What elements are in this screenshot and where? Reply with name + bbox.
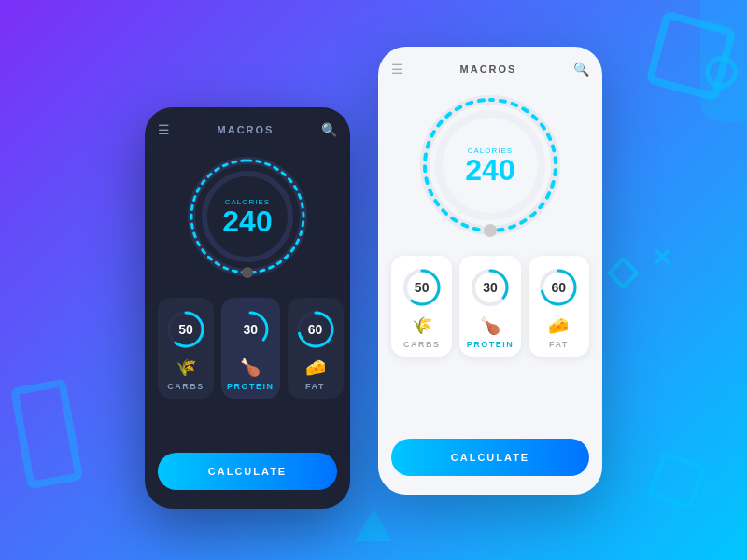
light-macro-protein[interactable]: 30 🍗 PROTEIN: [459, 256, 520, 357]
light-ring-container: CALORIES 240: [411, 86, 570, 245]
dark-protein-icon: 🍗: [240, 357, 261, 378]
dark-search-icon[interactable]: 🔍: [321, 122, 337, 137]
light-fat-icon: 🧀: [548, 315, 569, 336]
dark-carbs-ring: 50: [163, 307, 208, 352]
dark-phone: ☰ MACROS 🔍 CALORIES 240: [145, 107, 350, 509]
light-ring-center: CALORIES 240: [465, 147, 514, 185]
dark-protein-value: 30: [243, 322, 258, 337]
dark-ring-container: CALORIES 240: [177, 147, 317, 287]
svg-point-13: [484, 224, 497, 237]
dark-phone-header: ☰ MACROS 🔍: [158, 122, 337, 137]
dark-protein-label: PROTEIN: [227, 382, 275, 391]
light-protein-value: 30: [483, 280, 498, 295]
dark-menu-icon[interactable]: ☰: [158, 122, 170, 137]
dark-carbs-value: 50: [178, 322, 193, 337]
light-macro-fat[interactable]: 60 🧀 FAT: [529, 256, 589, 357]
light-calculate-button[interactable]: CALCULATE: [391, 439, 589, 476]
dark-ring-center: CALORIES 240: [222, 198, 272, 236]
light-protein-label: PROTEIN: [467, 340, 514, 349]
dark-calories-value: 240: [222, 206, 272, 236]
light-carbs-icon: 🌾: [412, 315, 432, 336]
light-carbs-ring: 50: [400, 265, 444, 310]
light-phone-title: MACROS: [460, 63, 517, 75]
dark-fat-icon: 🧀: [305, 357, 326, 378]
dark-protein-ring: 30: [228, 307, 273, 352]
light-carbs-value: 50: [415, 280, 430, 295]
phones-container: ☰ MACROS 🔍 CALORIES 240: [0, 0, 747, 560]
light-carbs-label: CARBS: [403, 340, 441, 349]
light-fat-value: 60: [552, 280, 567, 295]
dark-phone-title: MACROS: [218, 124, 275, 135]
light-calories-value: 240: [465, 155, 514, 185]
light-phone-header: ☰ MACROS 🔍: [391, 62, 589, 77]
light-macro-carbs[interactable]: 50 🌾 CARBS: [391, 256, 452, 357]
dark-fat-value: 60: [308, 322, 323, 337]
dark-calculate-button[interactable]: CALCULATE: [158, 453, 337, 490]
light-menu-icon[interactable]: ☰: [391, 62, 403, 77]
light-fat-label: FAT: [549, 340, 569, 349]
dark-fat-ring: 60: [293, 307, 338, 352]
dark-fat-label: FAT: [305, 382, 325, 391]
dark-macro-carbs[interactable]: 50 🌾 CARBS: [158, 298, 214, 399]
dark-macro-fat[interactable]: 60 🧀 FAT: [288, 298, 344, 399]
light-fat-ring: 60: [536, 265, 581, 310]
dark-carbs-icon: 🌾: [176, 357, 196, 378]
svg-point-3: [242, 267, 253, 278]
light-protein-ring: 30: [468, 265, 513, 310]
dark-carbs-label: CARBS: [167, 382, 204, 391]
dark-macro-protein[interactable]: 30 🍗 PROTEIN: [221, 298, 280, 399]
dark-macros-row: 50 🌾 CARBS 30 🍗 PROTEIN: [158, 298, 337, 399]
light-protein-icon: 🍗: [480, 315, 500, 336]
light-search-icon[interactable]: 🔍: [573, 62, 589, 77]
light-macros-row: 50 🌾 CARBS 30 🍗 PROTEIN: [391, 256, 589, 357]
light-phone: ☰ MACROS 🔍 CALORIES 240: [378, 47, 602, 495]
